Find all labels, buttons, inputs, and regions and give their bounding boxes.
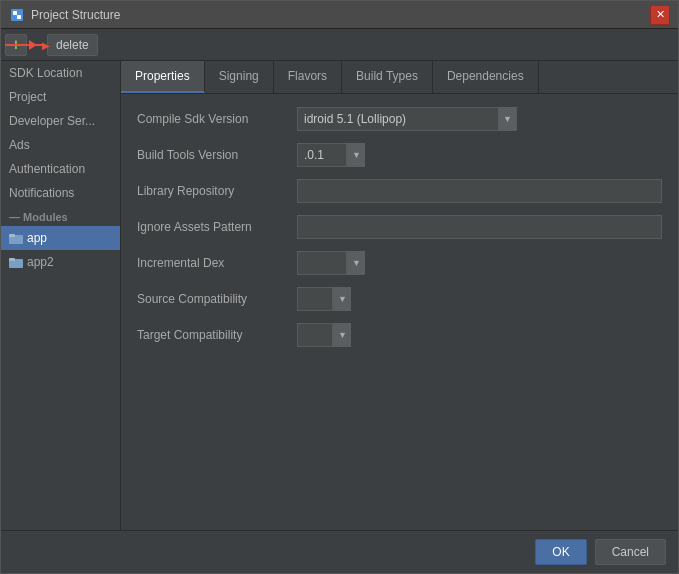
sidebar-item-project[interactable]: Project <box>1 85 120 109</box>
source-compat-row: Source Compatibility ▼ <box>137 286 662 312</box>
compile-sdk-row: Compile Sdk Version idroid 5.1 (Lollipop… <box>137 106 662 132</box>
sidebar-item-ads[interactable]: Ads <box>1 133 120 157</box>
build-tools-dropdown-arrow[interactable]: ▼ <box>347 143 365 167</box>
ignore-assets-input[interactable] <box>297 215 662 239</box>
sidebar-item-developer-ser[interactable]: Developer Ser... <box>1 109 120 133</box>
target-compat-label: Target Compatibility <box>137 328 297 342</box>
toolbar: + delete <box>1 29 678 61</box>
target-compat-input[interactable] <box>297 323 333 347</box>
sidebar-item-authentication[interactable]: Authentication <box>1 157 120 181</box>
main-panel: Properties Signing Flavors Build Types D… <box>121 61 678 530</box>
tab-bar: Properties Signing Flavors Build Types D… <box>121 61 678 94</box>
sidebar-item-notifications[interactable]: Notifications <box>1 181 120 205</box>
sidebar-item-sdk-location[interactable]: SDK Location <box>1 61 120 85</box>
library-repo-input[interactable] <box>297 179 662 203</box>
incremental-dex-label: Incremental Dex <box>137 256 297 270</box>
sidebar: SDK Location Project Developer Ser... Ad… <box>1 61 121 530</box>
build-tools-label: Build Tools Version <box>137 148 297 162</box>
cancel-button[interactable]: Cancel <box>595 539 666 565</box>
window-title: Project Structure <box>31 8 650 22</box>
incremental-dex-input-group: ▼ <box>297 251 365 275</box>
build-tools-row: Build Tools Version ▼ <box>137 142 662 168</box>
bottom-bar: OK Cancel <box>1 530 678 573</box>
incremental-dex-dropdown-arrow[interactable]: ▼ <box>347 251 365 275</box>
content-area: SDK Location Project Developer Ser... Ad… <box>1 61 678 530</box>
target-compat-dropdown-arrow[interactable]: ▼ <box>333 323 351 347</box>
close-button[interactable]: ✕ <box>650 5 670 25</box>
tab-properties[interactable]: Properties <box>121 61 205 93</box>
sidebar-item-app2[interactable]: app2 <box>1 250 120 274</box>
source-compat-dropdown-arrow[interactable]: ▼ <box>333 287 351 311</box>
compile-sdk-value: idroid 5.1 (Lollipop) <box>298 112 498 126</box>
build-tools-input[interactable] <box>297 143 347 167</box>
source-compat-input-group: ▼ <box>297 287 351 311</box>
compile-sdk-dropdown-arrow[interactable]: ▼ <box>498 107 516 131</box>
library-repo-label: Library Repository <box>137 184 297 198</box>
library-repo-row: Library Repository <box>137 178 662 204</box>
target-compat-row: Target Compatibility ▼ <box>137 322 662 348</box>
compile-sdk-control: idroid 5.1 (Lollipop) ▼ <box>297 107 662 131</box>
target-compat-input-group: ▼ <box>297 323 351 347</box>
svg-rect-1 <box>13 11 17 15</box>
sidebar-item-app[interactable]: app <box>1 226 120 250</box>
folder-icon-app <box>9 232 23 244</box>
incremental-dex-input[interactable] <box>297 251 347 275</box>
source-compat-control: ▼ <box>297 287 662 311</box>
main-window: Project Structure ✕ + delete SDK Locatio… <box>0 0 679 574</box>
tab-flavors[interactable]: Flavors <box>274 61 342 93</box>
incremental-dex-control: ▼ <box>297 251 662 275</box>
svg-rect-0 <box>11 9 23 21</box>
compile-sdk-select[interactable]: idroid 5.1 (Lollipop) ▼ <box>297 107 517 131</box>
tab-signing[interactable]: Signing <box>205 61 274 93</box>
svg-rect-4 <box>9 234 15 237</box>
ok-button[interactable]: OK <box>535 539 586 565</box>
incremental-dex-row: Incremental Dex ▼ <box>137 250 662 276</box>
svg-rect-2 <box>17 15 21 19</box>
compile-sdk-label: Compile Sdk Version <box>137 112 297 126</box>
ignore-assets-control <box>297 215 662 239</box>
tab-dependencies[interactable]: Dependencies <box>433 61 539 93</box>
build-tools-input-group: ▼ <box>297 143 365 167</box>
tab-build-types[interactable]: Build Types <box>342 61 433 93</box>
library-repo-control <box>297 179 662 203</box>
svg-rect-6 <box>9 258 15 261</box>
ignore-assets-row: Ignore Assets Pattern <box>137 214 662 240</box>
app-icon <box>9 7 25 23</box>
delete-button[interactable]: delete <box>47 34 98 56</box>
source-compat-input[interactable] <box>297 287 333 311</box>
build-tools-control: ▼ <box>297 143 662 167</box>
modules-label: — Modules <box>1 205 120 226</box>
folder-icon-app2 <box>9 256 23 268</box>
source-compat-label: Source Compatibility <box>137 292 297 306</box>
title-bar: Project Structure ✕ <box>1 1 678 29</box>
form-area: Compile Sdk Version idroid 5.1 (Lollipop… <box>121 94 678 530</box>
target-compat-control: ▼ <box>297 323 662 347</box>
ignore-assets-label: Ignore Assets Pattern <box>137 220 297 234</box>
